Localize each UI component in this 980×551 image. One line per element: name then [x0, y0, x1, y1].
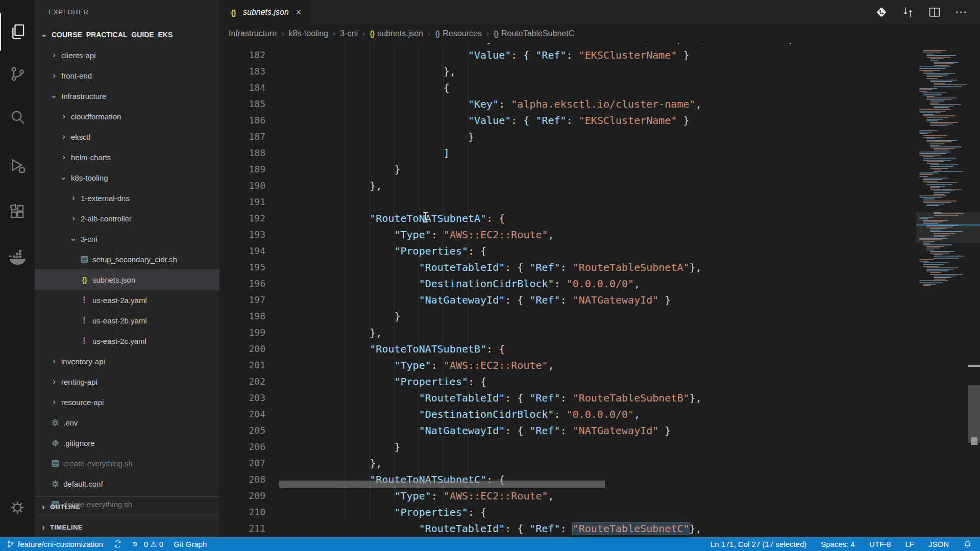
- code-line-182[interactable]: 182 "Value": { "Ref": "EKSClusterName" }: [219, 47, 980, 63]
- project-root-course-practical-guide-eks[interactable]: ›COURSE_PRACTICAL_GUIDE_EKS: [35, 24, 219, 45]
- line-number: 195: [219, 259, 265, 276]
- vertical-scrollbar-thumb[interactable]: [968, 385, 980, 443]
- tree-item--env[interactable]: .env: [35, 412, 219, 433]
- breadcrumb-item-subnets-json[interactable]: {}subnets.json: [370, 29, 423, 38]
- status-problems[interactable]: 0 ⚠ 0: [132, 540, 163, 549]
- breadcrumb-item-k8s-tooling[interactable]: k8s-tooling: [289, 29, 328, 38]
- tree-item-subnets-json[interactable]: {}subnets.json: [35, 269, 219, 290]
- code-line-194[interactable]: 194 "Properties": {: [219, 243, 980, 259]
- chevron-down-icon: ›: [49, 92, 59, 102]
- breadcrumb-item-infrastructure[interactable]: Infrastructure: [229, 29, 277, 38]
- breadcrumb-item-resources[interactable]: {}Resources: [435, 29, 481, 38]
- tree-item-inventory-api[interactable]: ›inventory-api: [35, 351, 219, 371]
- code-line-190[interactable]: 190 },: [219, 178, 980, 194]
- code-line-206[interactable]: 206 }: [219, 439, 980, 455]
- code-line-202[interactable]: 202 "Properties": {: [219, 373, 980, 390]
- code-line-211[interactable]: 211 "RouteTableId": { "Ref": "RouteTable…: [219, 520, 980, 537]
- explorer-icon[interactable]: [0, 13, 35, 51]
- code-line-196[interactable]: 196 "DestinationCidrBlock": "0.0.0.0/0",: [219, 276, 980, 292]
- minimap-line: [926, 76, 943, 77]
- minimap-viewport[interactable]: [916, 212, 980, 243]
- code-line-195[interactable]: 195 "RouteTableId": { "Ref": "RouteTable…: [219, 259, 980, 276]
- minimap[interactable]: [916, 0, 972, 537]
- tree-item-renting-api[interactable]: ›renting-api: [35, 371, 219, 392]
- code-line-193[interactable]: 193 "Type": "AWS::EC2::Route",: [219, 227, 980, 243]
- status-git-graph[interactable]: Git Graph: [174, 540, 207, 548]
- source-control-icon[interactable]: [0, 55, 35, 93]
- tree-item-default-conf[interactable]: default.conf: [35, 473, 219, 494]
- horizontal-scrollbar-thumb[interactable]: [279, 481, 605, 488]
- tree-item--gitignore[interactable]: .gitignore: [35, 433, 219, 453]
- code-line-198[interactable]: 198 }: [219, 308, 980, 324]
- tree-item-front-end[interactable]: ›front-end: [35, 65, 219, 86]
- code-line-204[interactable]: 204 "DestinationCidrBlock": "0.0.0.0/0",: [219, 406, 980, 422]
- minimap-line: [919, 132, 933, 133]
- settings-icon[interactable]: [0, 489, 35, 527]
- code-line-187[interactable]: 187 }: [219, 129, 980, 145]
- extensions-icon[interactable]: [0, 193, 35, 231]
- code-line-183[interactable]: 183 },: [219, 63, 980, 80]
- minimap-line: [926, 74, 948, 76]
- code-line-200[interactable]: 200 "RouteToNATSubnetB": {: [219, 341, 980, 357]
- git-graph-icon[interactable]: [875, 6, 888, 19]
- line-number: 206: [219, 439, 265, 455]
- code-line-191[interactable]: 191: [219, 194, 980, 210]
- tree-item-setup-secondary-cidr-sh[interactable]: setup_secondary_cidr.sh: [35, 249, 219, 269]
- code-line-203[interactable]: 203 "RouteTableId": { "Ref": "RouteTable…: [219, 390, 980, 406]
- line-content: "Value": { "Ref": "EKSClusterName" }: [265, 47, 690, 63]
- tree-item-helm-charts[interactable]: ›helm-charts: [35, 147, 219, 167]
- code-line-185[interactable]: 185 "Key": "alpha.eksctl.io/cluster-name…: [219, 96, 980, 112]
- code-line-201[interactable]: 201 "Type": "AWS::EC2::Route",: [219, 357, 980, 373]
- tree-item-clients-api[interactable]: ›clients-api: [35, 45, 219, 65]
- code-viewport[interactable]: 181 "Key": "eksctl.cluster.k8s.io/v1alph…: [219, 43, 980, 537]
- status-notifications[interactable]: [963, 540, 972, 548]
- code-line-210[interactable]: 210 "Properties": {: [219, 504, 980, 520]
- tree-item-k8s-tooling[interactable]: ›k8s-tooling: [35, 167, 219, 188]
- status-branch[interactable]: feature/cni-customization: [6, 540, 103, 548]
- line-content: }: [265, 439, 401, 455]
- run-debug-icon[interactable]: [0, 147, 35, 185]
- minimap-line: [934, 279, 946, 280]
- code-line-207[interactable]: 207 },: [219, 455, 980, 471]
- code-line-188[interactable]: 188 ]: [219, 145, 980, 161]
- code-line-192[interactable]: 192 "RouteToNATSubnetA": {: [219, 210, 980, 227]
- status-indentation[interactable]: Spaces: 4: [821, 540, 855, 548]
- compare-changes-icon[interactable]: [901, 6, 915, 19]
- tab-close-icon[interactable]: ×: [296, 7, 302, 18]
- tree-item-eksctl[interactable]: ›eksctl: [35, 127, 219, 147]
- docker-icon[interactable]: [0, 239, 35, 277]
- status-eol[interactable]: LF: [905, 540, 914, 548]
- tree-item-3-cni[interactable]: ›3-cni: [35, 229, 219, 249]
- tree-item-us-east-2a-yaml[interactable]: !us-east-2a.yaml: [35, 290, 219, 310]
- code-line-184[interactable]: 184 {: [219, 80, 980, 96]
- code-line-197[interactable]: 197 "NatGatewayId": { "Ref": "NATGateway…: [219, 292, 980, 308]
- tree-item-infrastructure[interactable]: ›Infrastructure: [35, 86, 219, 106]
- code-line-186[interactable]: 186 "Value": { "Ref": "EKSClusterName" }: [219, 112, 980, 129]
- breadcrumb-item-3-cni[interactable]: 3-cni: [340, 29, 358, 38]
- tree-item-us-east-2c-yaml[interactable]: !us-east-2c.yaml: [35, 331, 219, 351]
- status-sync[interactable]: [113, 540, 122, 548]
- tree-item-cloudformation[interactable]: ›cloudformation: [35, 106, 219, 127]
- code-line-181[interactable]: 181 "Key": "eksctl.cluster.k8s.io/v1alph…: [219, 43, 980, 47]
- tree-item-us-east-2b-yaml[interactable]: !us-east-2b.yaml: [35, 310, 219, 331]
- status-language-mode[interactable]: JSON: [928, 540, 949, 548]
- code-line-199[interactable]: 199 },: [219, 324, 980, 341]
- code-line-189[interactable]: 189 }: [219, 161, 980, 178]
- tree-item-1-external-dns[interactable]: ›1-external-dns: [35, 188, 219, 208]
- tab-subnets-json[interactable]: {} subnets.json ×: [219, 0, 309, 24]
- minimap-selection-line: [916, 224, 980, 226]
- status-label: UTF-8: [869, 540, 891, 548]
- code-line-205[interactable]: 205 "NatGatewayId": { "Ref": "NATGateway…: [219, 422, 980, 439]
- line-content: "RouteToNATSubnetB": {: [265, 341, 505, 357]
- tree-item-2-alb-controller[interactable]: ›2-alb-controller: [35, 208, 219, 229]
- section-timeline[interactable]: ›TIMELINE: [35, 517, 219, 537]
- breadcrumb-item-routetablesubnetc[interactable]: {}RouteTableSubnetC: [494, 29, 574, 38]
- status-encoding[interactable]: UTF-8: [869, 540, 891, 548]
- section-outline[interactable]: ›OUTLINE: [35, 496, 219, 517]
- minimap-line: [930, 60, 939, 61]
- search-icon[interactable]: [0, 98, 35, 136]
- status-cursor-position[interactable]: Ln 171, Col 27 (17 selected): [710, 540, 806, 548]
- code-line-209[interactable]: 209 "Type": "AWS::EC2::Route",: [219, 488, 980, 504]
- tree-item-resource-api[interactable]: ›resource-api: [35, 392, 219, 412]
- tree-item-create-everything-sh[interactable]: create-everything.sh: [35, 453, 219, 473]
